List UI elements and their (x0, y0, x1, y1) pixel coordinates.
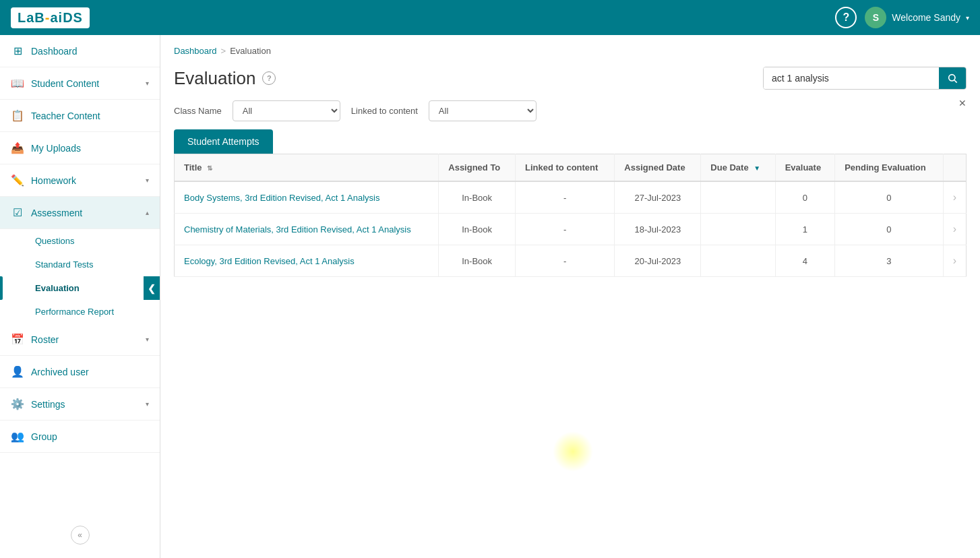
page-header: Evaluation ? (160, 61, 980, 100)
sidebar-sub-standard-tests[interactable]: Standard Tests (0, 253, 160, 276)
user-menu-chevron: ▾ (966, 14, 969, 22)
row-arrow-1[interactable]: › (953, 223, 956, 235)
sidebar-item-teacher-content[interactable]: 📋 Teacher Content (0, 100, 160, 132)
cell-evaluate-2: 4 (775, 245, 834, 277)
my-uploads-icon: 📤 (11, 142, 24, 154)
user-badge[interactable]: S Welcome Sandy ▾ (865, 7, 969, 28)
cell-due-date-2 (701, 245, 775, 277)
table-row: Chemistry of Materials, 3rd Edition Revi… (175, 214, 967, 245)
sidebar-label-archived-user: Archived user (31, 367, 149, 377)
search-input[interactable] (764, 67, 939, 89)
settings-chevron: ▾ (146, 400, 149, 408)
sidebar-item-homework[interactable]: ✏️ Homework ▾ (0, 164, 160, 197)
linked-content-label: Linked to content (351, 106, 418, 116)
breadcrumb-current: Evaluation (230, 46, 271, 56)
svg-line-1 (954, 80, 957, 83)
logo: LaB-aiDS (11, 7, 90, 28)
sidebar-label-settings: Settings (31, 399, 139, 410)
logo-text: LaB-aiDS (18, 10, 83, 26)
header-right: ? S Welcome Sandy ▾ (835, 7, 969, 28)
col-header-pending-evaluation: Pending Evaluation (835, 154, 944, 182)
sidebar-sub-performance-report[interactable]: Performance Report (0, 300, 160, 323)
sidebar-item-assessment[interactable]: ☑ Assessment ▴ (0, 197, 160, 229)
page-help-icon[interactable]: ? (262, 71, 276, 85)
sidebar-label-my-uploads: My Uploads (31, 143, 149, 154)
due-date-sort-icon[interactable]: ▼ (754, 164, 760, 172)
homework-icon: ✏️ (11, 174, 24, 187)
class-name-select[interactable]: All Class A Class B Class C (233, 100, 340, 121)
questions-dot (24, 239, 30, 244)
breadcrumb-separator: > (221, 46, 226, 56)
cell-linked-content-1: - (516, 214, 615, 245)
cell-evaluate-0: 0 (775, 181, 834, 214)
performance-report-dot (24, 309, 30, 315)
content-area: Dashboard > Evaluation Evaluation ? (160, 35, 980, 558)
sidebar-label-homework: Homework (31, 175, 139, 186)
page-title: Evaluation (174, 68, 255, 89)
page-title-row: Evaluation ? (174, 68, 276, 89)
sidebar-item-my-uploads[interactable]: 📤 My Uploads (0, 132, 160, 164)
cell-assigned-to-0: In-Book (439, 181, 516, 214)
sidebar-item-student-content[interactable]: 📖 Student Content ▾ (0, 67, 160, 100)
table-container: Title ⇅ Assigned To Linked to content As… (160, 154, 980, 558)
sidebar-sub-questions[interactable]: Questions (0, 229, 160, 253)
sidebar-item-roster[interactable]: 📅 Roster ▾ (0, 323, 160, 356)
sidebar-item-archived-user[interactable]: 👤 Archived user (0, 356, 160, 388)
active-indicator (0, 276, 3, 300)
student-content-chevron: ▾ (146, 80, 149, 87)
sidebar-sub-label-questions: Questions (35, 236, 75, 246)
cell-linked-content-2: - (516, 245, 615, 277)
main-layout: ⊞ Dashboard 📖 Student Content ▾ 📋 Teache… (0, 35, 980, 558)
sidebar-item-dashboard[interactable]: ⊞ Dashboard (0, 35, 160, 67)
sidebar-sub-evaluation[interactable]: Evaluation ❮ (0, 276, 160, 300)
row-arrow-0[interactable]: › (953, 191, 956, 203)
cell-arrow-1: › (943, 214, 966, 245)
breadcrumb-dashboard[interactable]: Dashboard (174, 46, 217, 56)
assessment-icon: ☑ (11, 206, 24, 219)
sidebar-label-roster: Roster (31, 334, 139, 345)
search-icon (947, 73, 958, 84)
breadcrumb: Dashboard > Evaluation (160, 35, 980, 61)
close-filter-button[interactable]: ✕ (958, 98, 967, 108)
user-avatar: S (865, 7, 886, 28)
linked-content-select[interactable]: All In-Book Standalone (429, 100, 537, 121)
col-header-assigned-date: Assigned Date (615, 154, 701, 182)
sidebar-collapse-button[interactable]: « (71, 526, 90, 545)
dashboard-icon: ⊞ (11, 44, 24, 57)
search-button[interactable] (939, 67, 966, 89)
top-header: LaB-aiDS ? S Welcome Sandy ▾ (0, 0, 980, 35)
col-header-title: Title ⇅ (175, 154, 439, 182)
assessment-chevron: ▴ (146, 209, 149, 216)
col-header-linked-content: Linked to content (516, 154, 615, 182)
help-button[interactable]: ? (835, 7, 857, 28)
tabs-row: Student Attempts (160, 129, 980, 154)
row-arrow-2[interactable]: › (953, 255, 956, 266)
sidebar-label-dashboard: Dashboard (31, 46, 149, 57)
sidebar: ⊞ Dashboard 📖 Student Content ▾ 📋 Teache… (0, 35, 160, 558)
cell-title-1: Chemistry of Materials, 3rd Edition Revi… (175, 214, 439, 245)
user-name: Welcome Sandy (892, 12, 960, 23)
cell-linked-content-0: - (516, 181, 615, 214)
cell-title-0: Body Systems, 3rd Edition Revised, Act 1… (175, 181, 439, 214)
title-link-2[interactable]: Ecology, 3rd Edition Revised, Act 1 Anal… (184, 256, 355, 266)
evaluation-dot (24, 286, 30, 291)
table-row: Ecology, 3rd Edition Revised, Act 1 Anal… (175, 245, 967, 277)
tab-student-attempts[interactable]: Student Attempts (174, 129, 273, 154)
sidebar-label-assessment: Assessment (31, 208, 139, 218)
sidebar-item-group[interactable]: 👥 Group (0, 421, 160, 453)
cell-due-date-1 (701, 214, 775, 245)
cell-assigned-date-1: 18-Jul-2023 (615, 214, 701, 245)
title-link-1[interactable]: Chemistry of Materials, 3rd Edition Revi… (184, 224, 411, 235)
cell-pending-0: 0 (835, 181, 944, 214)
sidebar-label-group: Group (31, 431, 149, 442)
title-sort-icon[interactable]: ⇅ (207, 164, 212, 172)
filter-row: Class Name All Class A Class B Class C L… (160, 100, 980, 129)
title-link-0[interactable]: Body Systems, 3rd Edition Revised, Act 1… (184, 193, 379, 203)
cell-pending-1: 0 (835, 214, 944, 245)
search-box (763, 67, 967, 90)
evaluation-active-bar: ❮ (144, 276, 160, 300)
logo-box: LaB-aiDS (11, 7, 90, 28)
sidebar-item-settings[interactable]: ⚙️ Settings ▾ (0, 388, 160, 421)
standard-tests-dot (24, 262, 30, 268)
col-header-arrow (943, 154, 966, 182)
